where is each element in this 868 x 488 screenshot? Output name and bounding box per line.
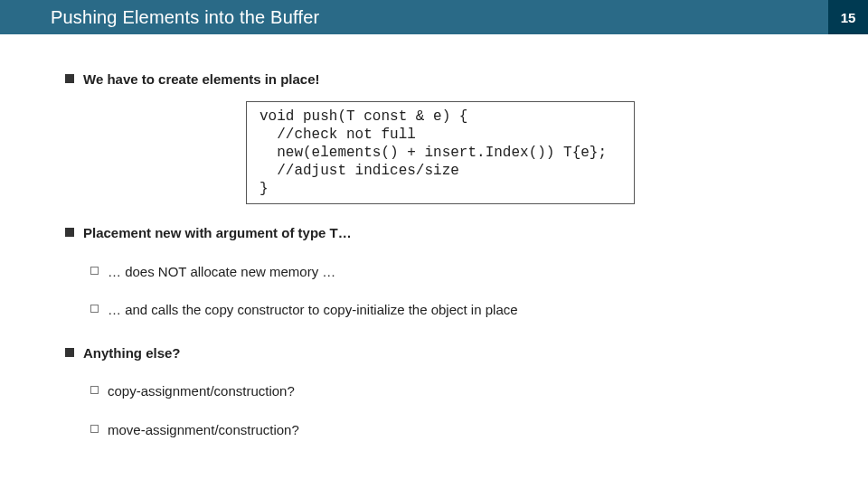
bullet-text: copy-assignment/construction? [108,382,295,400]
slide-body: We have to create elements in place! voi… [0,34,868,439]
square-bullet-icon [65,228,74,237]
bullet-text: We have to create elements in place! [83,70,320,89]
bullet-text: Placement new with argument of type T… [83,224,352,242]
bullet-text: Anything else? [83,344,181,362]
bullet-item: Anything else? [65,344,803,362]
bullet-item: We have to create elements in place! [65,70,803,89]
square-bullet-icon [65,74,74,83]
square-bullet-icon [65,348,74,357]
code-block: void push(T const & e) { //check not ful… [246,101,635,204]
bullet-item: copy-assignment/construction? [90,382,803,400]
bullet-item: … and calls the copy constructor to copy… [90,301,803,319]
slide-number: 15 [828,0,868,34]
square-bullet-icon [90,267,99,275]
square-bullet-icon [90,305,99,313]
bullet-text: move-assignment/construction? [108,421,299,439]
slide-title: Pushing Elements into the Buffer [0,0,828,34]
bullet-text: … does NOT allocate new memory … [108,263,335,281]
bullet-item: move-assignment/construction? [90,421,803,439]
bullet-item: Placement new with argument of type T… [65,224,803,242]
bullet-text: … and calls the copy constructor to copy… [108,301,518,319]
square-bullet-icon [90,425,99,433]
slide-header: Pushing Elements into the Buffer 15 [0,0,868,34]
bullet-item: … does NOT allocate new memory … [90,263,803,281]
square-bullet-icon [90,386,99,394]
